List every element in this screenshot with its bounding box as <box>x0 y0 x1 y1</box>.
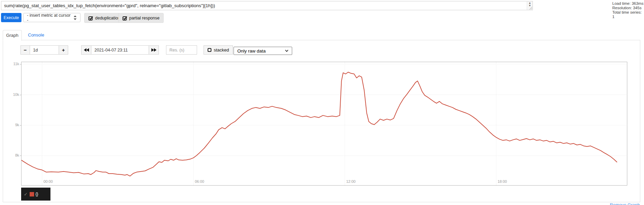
total-series-text: Total time series: 1 <box>612 10 644 19</box>
load-time-text: Load time: 363ms <box>612 1 644 6</box>
legend-series-name: {} <box>35 192 38 196</box>
raw-data-select[interactable]: Only raw data <box>234 47 292 55</box>
prometheus-graph-page: sum(rate(pg_stat_user_tables_idx_tup_fet… <box>0 0 644 205</box>
rewind-icon <box>84 48 89 52</box>
plot-area[interactable] <box>21 62 627 186</box>
range-increase-button[interactable]: + <box>59 45 68 55</box>
datetime-input[interactable] <box>91 45 149 55</box>
y-axis-label: 8k <box>1 153 19 157</box>
legend-swatch <box>30 192 34 196</box>
y-axis-label: 10k <box>1 92 19 97</box>
x-axis-label: 00:00 <box>43 179 53 184</box>
range-input[interactable] <box>30 45 59 55</box>
remove-graph-button[interactable]: Remove Graph <box>610 202 640 205</box>
execute-button[interactable]: Execute <box>1 13 21 22</box>
stacked-toggle[interactable]: stacked <box>204 45 233 55</box>
x-axis-label: 18:00 <box>497 179 507 184</box>
x-axis-label: 06:00 <box>195 179 204 184</box>
checked-checkbox-icon <box>122 16 127 20</box>
legend-check-icon: ✓ <box>24 192 28 197</box>
checked-checkbox-icon <box>88 16 93 20</box>
fast-forward-icon <box>151 48 156 52</box>
legend-item[interactable]: ✓ {} <box>21 188 50 201</box>
chevron-down-icon <box>285 50 288 52</box>
stacked-label: stacked <box>214 47 229 53</box>
raw-data-selected-value: Only raw data <box>237 48 266 54</box>
chart: 8k9k10k11k00:0006:0012:0018:00 <box>21 62 627 186</box>
y-axis-tick <box>20 95 21 95</box>
y-axis-tick <box>20 156 21 156</box>
insert-metric-label: - insert metric at cursor - <box>27 13 71 23</box>
resolution-input[interactable] <box>166 45 197 55</box>
insert-metric-select[interactable]: - insert metric at cursor - <box>23 13 80 22</box>
query-stats: Load time: 363ms Resolution: 345s Total … <box>612 1 644 19</box>
unchecked-checkbox-icon <box>207 48 212 52</box>
query-expression-text: sum(rate(pg_stat_user_tables_idx_tup_fet… <box>4 3 215 8</box>
resolution-text: Resolution: 345s <box>612 6 644 10</box>
deduplication-label: deduplication <box>95 16 120 20</box>
tab-graph[interactable]: Graph <box>3 30 22 41</box>
range-decrease-button[interactable]: − <box>20 45 30 55</box>
y-axis-tick <box>20 125 21 126</box>
tab-console[interactable]: Console <box>24 30 48 40</box>
series-line <box>21 72 617 176</box>
time-back-button[interactable] <box>81 45 91 55</box>
y-axis-label: 11k <box>1 62 19 66</box>
query-input[interactable]: sum(rate(pg_stat_user_tables_idx_tup_fet… <box>1 1 533 10</box>
time-forward-button[interactable] <box>149 45 159 55</box>
resize-grip-icon[interactable] <box>529 6 532 10</box>
partial-response-toggle[interactable]: partial response <box>118 13 164 23</box>
select-updown-icon <box>74 15 77 20</box>
partial-response-label: partial response <box>129 16 160 20</box>
x-axis-label: 12:00 <box>346 179 356 184</box>
y-axis-label: 9k <box>1 123 19 127</box>
y-axis-tick <box>20 64 21 64</box>
